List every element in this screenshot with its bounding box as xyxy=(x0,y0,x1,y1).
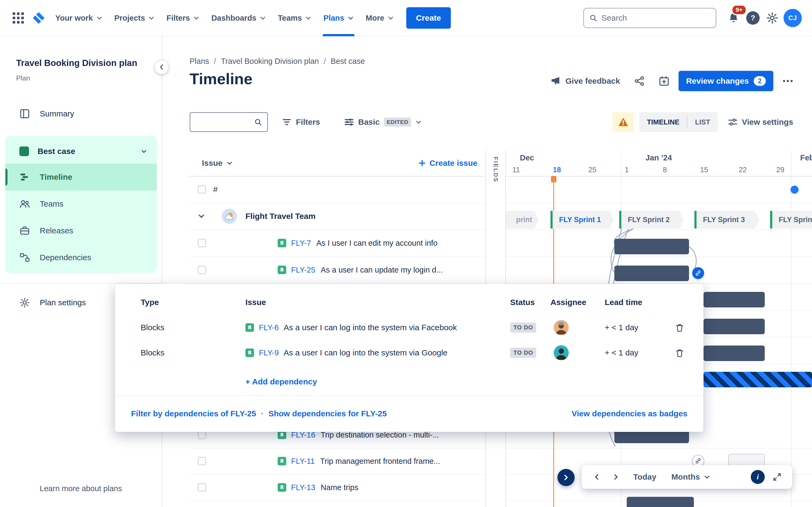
search-input[interactable] xyxy=(602,13,710,22)
scroll-left-button[interactable] xyxy=(588,468,605,486)
warning-button[interactable] xyxy=(612,112,634,132)
scenario-color-icon xyxy=(19,147,29,156)
issue-header-dropdown[interactable]: Issue xyxy=(202,159,233,168)
delete-dependency-button[interactable] xyxy=(675,348,684,357)
plan-search-field[interactable] xyxy=(190,112,268,132)
row-checkbox[interactable] xyxy=(198,185,206,194)
sidebar-collapse-button[interactable] xyxy=(154,60,169,74)
issue-summary: Trip management frontend frame... xyxy=(320,457,440,466)
global-search[interactable] xyxy=(583,8,716,28)
sprint-chip[interactable]: FLY Sprint 2 xyxy=(619,211,683,229)
sidebar-item-summary[interactable]: Summary xyxy=(0,102,157,125)
issue-key-link[interactable]: FLY-11 xyxy=(291,457,315,466)
more-options-button[interactable] xyxy=(778,76,798,86)
filter-by-dependencies-link[interactable]: Filter by dependencies of FLY-25 xyxy=(131,409,256,418)
issue-key-link[interactable]: FLY-9 xyxy=(259,348,279,357)
tab-timeline[interactable]: TIMELINE xyxy=(639,112,687,132)
breadcrumb-plans[interactable]: Plans xyxy=(190,57,209,66)
sprint-chip[interactable]: print xyxy=(506,211,539,229)
row-checkbox[interactable] xyxy=(198,266,206,274)
breadcrumb-scenario[interactable]: Best case xyxy=(331,57,365,66)
dependencies-footer: Filter by dependencies of FLY-25 · Show … xyxy=(131,395,688,432)
scenario-header[interactable]: Best case xyxy=(5,139,157,164)
striped-schedule-bar[interactable] xyxy=(704,372,812,387)
sidebar-item-label: Plan settings xyxy=(40,298,86,307)
nav-dashboards[interactable]: Dashboards xyxy=(205,0,272,36)
issue-list-header: Issue Create issue xyxy=(190,150,486,176)
tab-list[interactable]: LIST xyxy=(688,112,717,132)
help-button[interactable]: ? xyxy=(743,8,763,27)
nav-filters[interactable]: Filters xyxy=(161,0,205,36)
issue-key-link[interactable]: FLY-13 xyxy=(291,483,315,492)
schedule-bar[interactable] xyxy=(704,292,765,307)
schedule-bar[interactable] xyxy=(704,319,765,334)
today-button[interactable]: Today xyxy=(627,472,663,482)
expand-icon xyxy=(772,472,782,482)
column-header: Status xyxy=(510,298,551,307)
issue-key-link[interactable]: FLY-25 xyxy=(291,266,315,274)
story-type-icon xyxy=(245,323,254,332)
profile-button[interactable]: CJ xyxy=(782,8,803,27)
view-dependencies-as-badges-link[interactable]: View dependencies as badges xyxy=(572,409,688,418)
nav-more[interactable]: More xyxy=(360,0,400,36)
give-feedback-button[interactable]: Give feedback xyxy=(546,72,625,90)
sidebar-item-teams[interactable]: Teams xyxy=(5,190,157,217)
learn-more-link[interactable]: Learn more about plans xyxy=(0,484,162,493)
chevron-down-icon xyxy=(141,148,147,155)
view-selector-button[interactable]: Basic EDITED xyxy=(340,112,427,132)
column-header: Assignee xyxy=(551,298,605,307)
settings-button[interactable] xyxy=(763,8,782,27)
nav-projects[interactable]: Projects xyxy=(108,0,161,36)
chevron-left-icon xyxy=(158,63,165,71)
lead-time: + < 1 day xyxy=(605,348,638,357)
expand-fields-button[interactable] xyxy=(557,469,575,486)
schedule-bar[interactable] xyxy=(704,345,765,361)
timeline-controls-bar: Today Months i xyxy=(581,465,792,489)
row-checkbox[interactable] xyxy=(198,457,206,465)
fullscreen-button[interactable] xyxy=(768,468,786,486)
dependency-link-badge[interactable] xyxy=(692,267,704,279)
create-issue-button[interactable]: Create issue xyxy=(418,150,477,176)
sprint-chip[interactable]: FLY Sprint 1 xyxy=(551,211,614,229)
scroll-right-button[interactable] xyxy=(607,468,624,486)
nav-your-work[interactable]: Your work xyxy=(49,0,108,36)
plan-search-input[interactable] xyxy=(196,118,254,126)
notifications-button[interactable]: 9+ xyxy=(724,8,743,27)
sprint-chip[interactable]: FLY Sprin xyxy=(770,211,812,229)
view-edited-badge: EDITED xyxy=(384,117,411,127)
schedule-bar[interactable] xyxy=(614,266,689,281)
issue-row: FLY-7 As I user I can edit my account in… xyxy=(190,230,486,257)
row-checkbox[interactable] xyxy=(198,239,206,247)
sidebar-item-dependencies[interactable]: Dependencies xyxy=(5,244,157,271)
sprint-chip[interactable]: FLY Sprint 3 xyxy=(694,211,759,229)
issue-key-link[interactable]: FLY-7 xyxy=(291,239,311,247)
app-switcher-icon[interactable] xyxy=(9,8,28,27)
sidebar-item-timeline[interactable]: Timeline xyxy=(5,164,157,190)
create-button[interactable]: Create xyxy=(406,7,451,29)
issue-key-link[interactable]: FLY-6 xyxy=(259,323,279,332)
capacity-calendar-button[interactable] xyxy=(654,72,674,90)
filters-button[interactable]: Filters xyxy=(277,112,325,132)
show-dependencies-link[interactable]: Show dependencies for FLY-25 xyxy=(268,409,387,418)
main-content: Plans / Travel Booking Division plan / B… xyxy=(162,37,812,507)
team-name[interactable]: Flight Travel Team xyxy=(245,212,315,221)
review-changes-button[interactable]: Review changes 2 xyxy=(678,71,773,91)
jira-logo[interactable] xyxy=(28,7,49,29)
delete-dependency-button[interactable] xyxy=(675,323,684,332)
sidebar-item-releases[interactable]: Releases xyxy=(5,217,157,244)
schedule-bar[interactable] xyxy=(627,497,694,507)
info-button[interactable]: i xyxy=(749,468,766,486)
schedule-bar[interactable] xyxy=(614,239,689,254)
row-checkbox[interactable] xyxy=(198,483,206,492)
collapse-group-button[interactable] xyxy=(197,212,208,221)
dependency-type: Blocks xyxy=(141,348,245,357)
nav-plans[interactable]: Plans xyxy=(317,0,360,36)
view-settings-button[interactable]: View settings xyxy=(723,113,798,131)
add-dependency-link[interactable]: + Add dependency xyxy=(245,377,317,386)
status-badge: TO DO xyxy=(510,323,536,333)
megaphone-icon xyxy=(551,76,561,87)
share-button[interactable] xyxy=(629,72,650,90)
zoom-level-dropdown[interactable]: Months xyxy=(665,472,717,482)
nav-teams[interactable]: Teams xyxy=(272,0,318,36)
breadcrumb-plan[interactable]: Travel Booking Division plan xyxy=(221,57,319,66)
